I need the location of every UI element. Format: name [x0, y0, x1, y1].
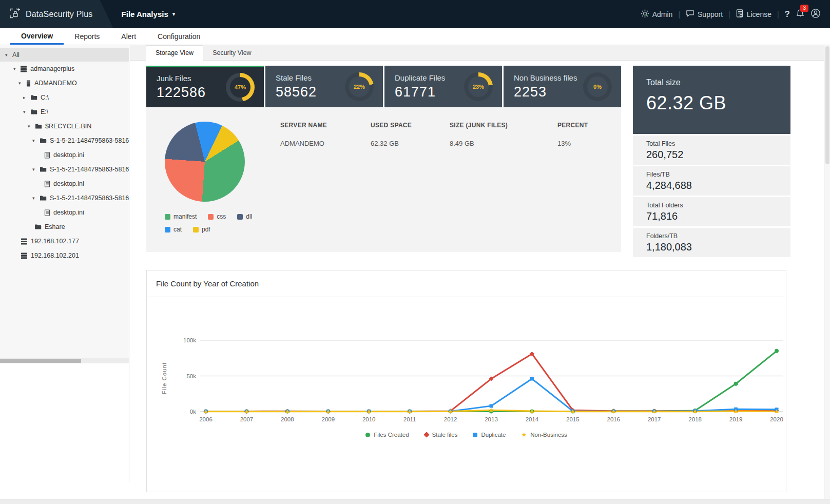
tree-item-sid-folder[interactable]: ▾ S-1-5-21-1484795863-581620	[0, 162, 129, 177]
stat-label: Total Files	[646, 140, 782, 147]
tree-item-recycle-bin[interactable]: ▾ $RECYCLE.BIN	[0, 119, 129, 133]
pie-legend: manifest css dll cat pdf	[165, 213, 262, 233]
file-count-chart-panel: File Count by Year of Creation 0k50k100k…	[146, 270, 786, 492]
non-business-donut: 0%	[583, 72, 612, 101]
svg-text:2020: 2020	[770, 416, 783, 422]
license-link[interactable]: License	[736, 9, 771, 20]
separator: |	[777, 10, 779, 18]
page-vertical-scrollbar[interactable]	[824, 45, 830, 499]
tree-item-all[interactable]: ▾ All	[0, 48, 129, 62]
tree-item-label: 192.168.102.201	[31, 252, 79, 259]
caret-down-icon[interactable]: ▾	[5, 52, 12, 57]
sidebar-horizontal-scrollbar[interactable]	[0, 358, 129, 363]
tree-item-label: desktop.ini	[53, 151, 84, 159]
divider	[147, 297, 786, 297]
legend-item-manifest[interactable]: manifest	[165, 213, 197, 220]
license-doc-icon	[736, 9, 744, 20]
svg-text:100k: 100k	[183, 337, 196, 343]
summary-files-per-tb: Files/TB 4,284,688	[633, 166, 790, 196]
domain-icon	[21, 238, 28, 245]
legend-swatch	[237, 214, 243, 220]
cell-used-space: 62.32 GB	[371, 140, 450, 147]
legend-label: pdf	[202, 226, 210, 233]
scrollbar-thumb[interactable]	[825, 46, 829, 164]
tree-item-label: E:\	[41, 108, 48, 115]
support-link[interactable]: Support	[686, 9, 723, 19]
domain-icon	[21, 253, 28, 259]
tab-reports[interactable]: Reports	[64, 28, 110, 45]
help-button[interactable]: ?	[785, 9, 790, 20]
legend-item-duplicate[interactable]: Duplicate	[473, 432, 506, 438]
scrollbar-thumb[interactable]	[0, 359, 81, 363]
svg-text:2018: 2018	[688, 416, 702, 422]
tree-item-sid-folder[interactable]: ▾ S-1-5-21-1484795863-581620	[0, 133, 129, 148]
tab-storage-view[interactable]: Storage View	[146, 45, 203, 61]
module-selector[interactable]: File Analysis ▾	[113, 0, 183, 28]
legend-item-pdf[interactable]: pdf	[193, 226, 210, 233]
caret-down-icon[interactable]: ▾	[32, 167, 40, 172]
caret-down-icon[interactable]: ▾	[18, 81, 26, 86]
tree-item-label: S-1-5-21-1484795863-581620	[50, 195, 129, 202]
page-horizontal-scrollbar[interactable]	[0, 499, 830, 504]
table-row[interactable]: ADMANDEMO 62.32 GB 8.49 GB 13%	[280, 140, 604, 147]
card-value: 61771	[395, 84, 445, 100]
tab-security-view[interactable]: Security View	[203, 45, 261, 60]
tree-item-admandemo[interactable]: ▾ ADMANDEMO	[0, 76, 129, 90]
stat-card-duplicate-files[interactable]: Duplicate Files 61771 23%	[384, 66, 502, 107]
cell-size-junk: 8.49 GB	[450, 140, 557, 147]
admin-link[interactable]: Admin	[641, 9, 673, 20]
tree-item-admanagerplus[interactable]: ▾ admanagerplus	[0, 62, 129, 76]
tree-item-desktop-ini[interactable]: desktop.ini	[0, 205, 129, 220]
file-type-pie-chart[interactable]	[165, 122, 245, 202]
tree-item-server-201[interactable]: 192.168.102.201	[0, 248, 129, 263]
legend-item-non-business[interactable]: ★ Non-Business	[521, 432, 567, 438]
legend-label: manifest	[173, 213, 197, 220]
legend-item-cat[interactable]: cat	[165, 226, 182, 233]
legend-item-files-created[interactable]: Files Created	[365, 432, 409, 438]
gear-icon	[641, 9, 649, 20]
file-count-line-chart[interactable]: 0k50k100kFile Count200620072008200920102…	[147, 301, 786, 431]
tree-item-e-drive[interactable]: ▾ E:\	[0, 105, 129, 119]
file-icon	[44, 181, 50, 187]
donut-percent: 0%	[593, 84, 602, 90]
svg-text:2015: 2015	[566, 416, 580, 422]
total-size-value: 62.32 GB	[646, 92, 790, 114]
legend-marker	[473, 433, 477, 437]
stat-card-junk-files[interactable]: Junk Files 122586 47%	[146, 66, 264, 107]
tab-overview[interactable]: Overview	[10, 28, 64, 45]
stat-cards-row: Junk Files 122586 47% Stale Files 58562	[146, 66, 621, 107]
tab-configuration[interactable]: Configuration	[147, 28, 211, 45]
tree-item-eshare[interactable]: Eshare	[0, 220, 129, 234]
tree-item-desktop-ini[interactable]: desktop.ini	[0, 148, 129, 162]
svg-text:2011: 2011	[403, 416, 416, 422]
server-usage-table: SERVER NAME USED SPACE SIZE (JUNK FILES)…	[280, 122, 604, 147]
tree-item-server-177[interactable]: 192.168.102.177	[0, 234, 129, 248]
caret-down-icon[interactable]: ▾	[23, 109, 30, 114]
tree-item-sid-folder[interactable]: ▾ S-1-5-21-1484795863-581620	[0, 191, 129, 205]
folder-icon	[34, 224, 42, 230]
user-menu-button[interactable]	[810, 8, 821, 21]
legend-label: Non-Business	[530, 432, 567, 438]
legend-item-css[interactable]: css	[208, 213, 226, 220]
server-tree-sidebar: ▾ All ▾ admanagerplus ▾ ADMANDEMO ▸ C:\	[0, 45, 129, 482]
notifications-button[interactable]: 3	[796, 9, 805, 20]
caret-down-icon[interactable]: ▾	[13, 66, 21, 71]
summary-folders-per-tb: Folders/TB 1,180,083	[633, 228, 790, 257]
total-size-label: Total size	[646, 78, 790, 87]
caret-down-icon[interactable]: ▾	[32, 138, 40, 143]
tree-item-desktop-ini[interactable]: desktop.ini	[0, 177, 129, 191]
svg-text:2012: 2012	[444, 416, 457, 422]
legend-item-stale-files[interactable]: Stale files	[424, 432, 458, 438]
caret-down-icon[interactable]: ▾	[28, 124, 35, 129]
legend-swatch	[165, 214, 170, 220]
legend-marker	[365, 433, 370, 437]
stat-card-stale-files[interactable]: Stale Files 58562 22%	[265, 66, 383, 107]
tree-item-c-drive[interactable]: ▸ C:\	[0, 90, 129, 105]
stat-value: 71,816	[646, 210, 782, 222]
svg-text:2007: 2007	[240, 416, 254, 422]
tab-alert[interactable]: Alert	[110, 28, 147, 45]
caret-right-icon[interactable]: ▸	[23, 95, 30, 100]
caret-down-icon[interactable]: ▾	[32, 196, 40, 201]
legend-item-dll[interactable]: dll	[237, 213, 252, 220]
stat-card-non-business-files[interactable]: Non Business files 2253 0%	[504, 66, 621, 107]
